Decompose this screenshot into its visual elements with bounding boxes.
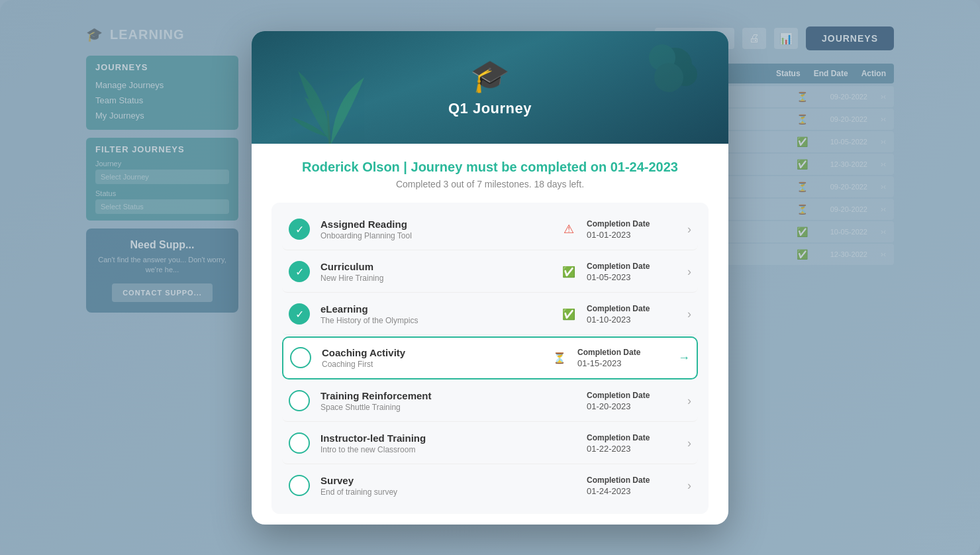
milestone-4-subtitle: Coaching First [322,360,542,369]
milestone-7-title: Survey [320,475,551,486]
milestone-3-completion: Completion Date 01-10-2023 [587,304,679,325]
milestone-4-middle-icon: ⏳ [550,352,569,364]
milestone-3-arrow[interactable]: › [687,307,691,321]
completion-label: Completion Date [577,348,670,357]
completion-label: Completion Date [587,391,679,400]
milestone-7-subtitle: End of training survey [320,487,551,497]
completion-label: Completion Date [587,262,679,271]
milestone-1-arrow[interactable]: › [687,223,691,236]
milestone-7-info: Survey End of training survey [320,475,551,497]
completion-label: Completion Date [587,433,679,442]
milestone-2-subtitle: New Hire Training [320,274,551,283]
completion-date: 01-20-2023 [587,401,679,411]
svg-point-3 [654,63,683,92]
milestone-6-arrow[interactable]: › [687,436,691,450]
completion-date: 01-22-2023 [587,444,679,454]
check-icon: ✅ [562,266,575,278]
milestone-row-5[interactable]: Training Reinforcement Space Shuttle Tra… [282,381,698,422]
completion-label: Completion Date [587,476,679,485]
milestone-row-1[interactable]: ✓ Assigned Reading Onboarding Planning T… [282,209,698,250]
milestone-2-completion: Completion Date 01-05-2023 [587,262,679,282]
milestone-3-info: eLearning The History of the Olympics [320,303,551,325]
milestone-6-completion: Completion Date 01-22-2023 [587,433,679,454]
milestone-5-title: Training Reinforcement [320,390,551,401]
milestone-1-subtitle: Onboarding Planning Tool [320,231,551,240]
completion-label: Completion Date [587,219,679,228]
completion-date: 01-01-2023 [587,230,679,240]
milestone-6-status-icon [289,432,310,454]
milestone-5-subtitle: Space Shuttle Training [320,403,551,412]
milestone-7-completion: Completion Date 01-24-2023 [587,476,679,496]
completion-date: 01-05-2023 [587,272,679,282]
milestone-3-status-icon: ✓ [289,303,310,325]
modal-progress-text: Completed 3 out of 7 milestones. 18 days… [271,179,709,189]
milestone-7-arrow[interactable]: › [687,479,691,493]
completion-label: Completion Date [587,304,679,313]
modal-body: Roderick Olson | Journey must be complet… [252,144,728,525]
journey-modal: 🎓 Q1 Journey Roderick Olson | Journey mu… [252,31,728,525]
milestone-3-title: eLearning [320,303,551,315]
modal-hero-content: 🎓 Q1 Journey [448,58,532,117]
milestone-2-middle-icon: ✅ [559,266,579,278]
milestone-4-completion: Completion Date 01-15-2023 [577,348,670,368]
milestone-1-title: Assigned Reading [320,219,551,230]
completion-date: 01-10-2023 [587,315,679,325]
milestone-5-arrow[interactable]: › [687,394,691,408]
milestone-row-7[interactable]: Survey End of training survey Completion… [282,466,698,506]
milestone-3-subtitle: The History of the Olympics [320,316,551,325]
milestone-5-status-icon [289,390,310,411]
milestone-3-middle-icon: ✅ [559,308,579,321]
milestone-row-3[interactable]: ✓ eLearning The History of the Olympics … [282,294,698,335]
milestone-6-info: Instructor-led Training Intro to the new… [320,432,551,454]
milestone-4-info: Coaching Activity Coaching First [322,347,542,369]
hero-graduation-icon: 🎓 [448,58,532,95]
milestone-5-completion: Completion Date 01-20-2023 [587,391,679,411]
milestone-row-4[interactable]: Coaching Activity Coaching First ⏳ Compl… [282,336,698,379]
milestone-1-completion: Completion Date 01-01-2023 [587,219,679,240]
modal-hero-title: Q1 Journey [448,100,532,117]
modal-hero: 🎓 Q1 Journey [252,31,728,144]
milestone-2-title: Curriculum [320,261,551,272]
milestone-1-info: Assigned Reading Onboarding Planning Too… [320,219,551,240]
milestone-1-status-icon: ✓ [289,219,310,240]
milestone-7-status-icon [289,475,310,496]
check-icon: ✅ [562,308,575,321]
milestone-6-subtitle: Intro to the new Classroom [320,445,551,454]
modal-overlay[interactable]: 🎓 Q1 Journey Roderick Olson | Journey mu… [0,0,980,555]
milestone-4-status-icon [290,347,311,368]
milestone-5-info: Training Reinforcement Space Shuttle Tra… [320,390,551,412]
milestone-6-title: Instructor-led Training [320,432,551,444]
modal-user-title: Roderick Olson | Journey must be complet… [271,160,709,175]
milestone-2-status-icon: ✓ [289,261,310,282]
warning-icon: ⚠ [564,222,574,236]
milestone-row-2[interactable]: ✓ Curriculum New Hire Training ✅ Complet… [282,252,698,293]
milestone-2-arrow[interactable]: › [687,265,691,279]
milestone-4-arrow[interactable]: → [678,351,690,365]
milestone-1-middle-icon: ⚠ [559,222,579,236]
milestone-row-6[interactable]: Instructor-led Training Intro to the new… [282,423,698,464]
completion-date: 01-24-2023 [587,486,679,496]
milestone-4-title: Coaching Activity [322,347,542,358]
completion-date: 01-15-2023 [577,358,670,368]
milestones-list: ✓ Assigned Reading Onboarding Planning T… [271,203,709,514]
hourglass-icon: ⏳ [553,352,566,364]
milestone-2-info: Curriculum New Hire Training [320,261,551,283]
